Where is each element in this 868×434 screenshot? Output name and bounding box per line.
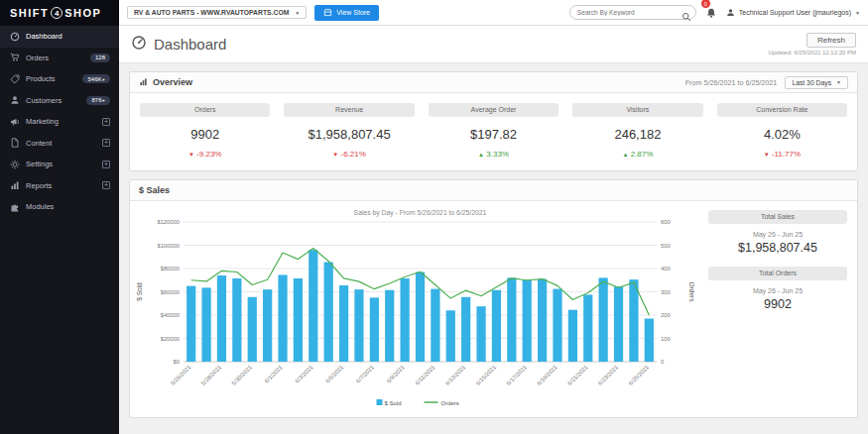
sidebar-item-customers[interactable]: Customers 876+ bbox=[0, 90, 119, 112]
logo[interactable]: SHIFT 4 SHOP bbox=[0, 0, 119, 26]
svg-text:6/7/2021: 6/7/2021 bbox=[355, 364, 375, 383]
svg-text:6/19/2021: 6/19/2021 bbox=[536, 364, 558, 385]
chevron-down-icon: ▼ bbox=[855, 10, 860, 16]
expand-icon[interactable]: + bbox=[102, 139, 110, 147]
svg-text:500: 500 bbox=[661, 243, 671, 249]
svg-text:200: 200 bbox=[661, 312, 671, 318]
svg-text:6/15/2021: 6/15/2021 bbox=[475, 364, 497, 385]
stats-row: Orders 9902 ▼ -9.23% Revenue $1,958,807.… bbox=[130, 93, 857, 170]
sidebar-item-label: Products bbox=[26, 74, 76, 83]
sidebar-item-label: Orders bbox=[26, 54, 84, 62]
user-menu[interactable]: Technical Support User (jmauriegos) ▼ bbox=[726, 8, 860, 18]
date-range-text: From 5/26/2021 to 6/25/2021 bbox=[685, 78, 778, 87]
user-icon bbox=[726, 8, 735, 18]
search-input[interactable] bbox=[570, 9, 678, 16]
sidebar: Dashboard Orders 128 Products 546K+ Cust… bbox=[0, 26, 119, 434]
sidebar-item-settings[interactable]: Settings + bbox=[0, 154, 119, 175]
stat-change-value: -6.21% bbox=[341, 150, 366, 159]
total-sales-range: May 26 - Jun 25 bbox=[708, 231, 847, 238]
sales-by-day-chart[interactable]: $0$20000$40000$60000$80000$100000$120000… bbox=[134, 206, 694, 409]
storefront-icon bbox=[323, 8, 332, 18]
stat-change-value: -9.23% bbox=[196, 150, 221, 159]
svg-text:$40000: $40000 bbox=[161, 312, 180, 318]
top-bar: RV & AUTO PARTS - WWW.RVAUTOPARTS.COM ▼ … bbox=[119, 0, 868, 26]
sidebar-item-label: Customers bbox=[26, 96, 80, 105]
date-range-select[interactable]: Last 30 Days ▼ bbox=[785, 76, 848, 89]
svg-text:400: 400 bbox=[661, 266, 671, 271]
svg-text:6/11/2021: 6/11/2021 bbox=[414, 364, 435, 385]
megaphone-icon bbox=[9, 117, 20, 127]
stat-label: Revenue bbox=[284, 103, 414, 117]
stat-value: $1,958,807.45 bbox=[284, 127, 414, 142]
stat-change-value: 2.87% bbox=[631, 150, 654, 159]
stat-label: Visitors bbox=[572, 103, 702, 117]
stat-change: ▲ 3.33% bbox=[429, 150, 558, 159]
sales-panel-title: $ Sales bbox=[139, 185, 170, 195]
svg-text:$ Sold: $ Sold bbox=[385, 400, 402, 406]
expand-icon[interactable]: + bbox=[102, 181, 110, 189]
file-icon bbox=[9, 138, 20, 148]
sidebar-item-dashboard[interactable]: Dashboard bbox=[0, 26, 119, 48]
svg-text:6/25/2021: 6/25/2021 bbox=[628, 364, 650, 385]
sidebar-item-reports[interactable]: Reports + bbox=[0, 175, 119, 197]
notifications-button[interactable]: 0 bbox=[706, 3, 716, 22]
svg-text:6/21/2021: 6/21/2021 bbox=[566, 364, 588, 385]
stat-label: Average Order bbox=[429, 103, 558, 117]
products-count-badge: 546K+ bbox=[82, 74, 110, 83]
view-store-button[interactable]: View Store bbox=[314, 5, 379, 21]
customers-count-badge: 876+ bbox=[86, 96, 110, 105]
topbar-right-group: 0 Technical Support User (jmauriegos) ▼ bbox=[569, 3, 860, 22]
total-orders-range: May 26 - Jun 25 bbox=[708, 287, 847, 294]
stat-change-value: -11.77% bbox=[772, 150, 801, 159]
stat-value: $197.82 bbox=[429, 127, 558, 142]
sidebar-item-marketing[interactable]: Marketing + bbox=[0, 111, 119, 133]
stat-change: ▼ -11.77% bbox=[717, 150, 847, 159]
total-sales-value: $1,958,807.45 bbox=[708, 241, 847, 255]
decrease-arrow-icon: ▼ bbox=[188, 152, 194, 158]
tag-icon bbox=[9, 74, 20, 84]
svg-text:$80000: $80000 bbox=[161, 266, 180, 271]
users-icon bbox=[9, 95, 20, 105]
bar-chart-icon bbox=[9, 180, 20, 190]
puzzle-icon bbox=[9, 202, 20, 212]
sidebar-item-label: Modules bbox=[26, 202, 110, 211]
sidebar-item-label: Settings bbox=[26, 160, 96, 168]
stat-change: ▼ -9.23% bbox=[140, 150, 270, 159]
app-root: SHIFT 4 SHOP RV & AUTO PARTS - WWW.RVAUT… bbox=[0, 0, 868, 434]
search-icon[interactable] bbox=[682, 8, 691, 26]
svg-text:Sales by Day - From 5/26/2021: Sales by Day - From 5/26/2021 to 6/25/20… bbox=[354, 209, 487, 217]
expand-icon[interactable]: + bbox=[102, 118, 110, 126]
svg-text:100: 100 bbox=[661, 336, 671, 342]
svg-text:6/5/2021: 6/5/2021 bbox=[324, 364, 344, 383]
svg-text:5/28/2021: 5/28/2021 bbox=[200, 364, 222, 385]
sidebar-item-content[interactable]: Content + bbox=[0, 133, 119, 155]
decrease-arrow-icon: ▼ bbox=[332, 152, 338, 158]
logo-4-circle: 4 bbox=[51, 7, 62, 19]
sales-chart-area: $0$20000$40000$60000$80000$100000$120000… bbox=[134, 206, 700, 413]
stat-card-conversion-rate: Conversion Rate 4.02% ▼ -11.77% bbox=[717, 103, 847, 159]
svg-text:5/30/2021: 5/30/2021 bbox=[230, 364, 252, 385]
total-orders-label: Total Orders bbox=[708, 267, 847, 280]
logo-text-shift: SHIFT bbox=[10, 7, 49, 19]
sales-panel: $ Sales $0$20000$40000$60000$80000$10000… bbox=[129, 179, 858, 418]
expand-icon[interactable]: + bbox=[102, 161, 110, 168]
overview-panel: Overview From 5/26/2021 to 6/25/2021 Las… bbox=[129, 71, 858, 171]
store-selector[interactable]: RV & AUTO PARTS - WWW.RVAUTOPARTS.COM ▼ bbox=[127, 6, 307, 19]
sidebar-item-orders[interactable]: Orders 128 bbox=[0, 48, 119, 69]
svg-text:$0: $0 bbox=[174, 359, 180, 365]
stat-card-visitors: Visitors 246,182 ▲ 2.87% bbox=[572, 103, 702, 159]
sidebar-item-modules[interactable]: Modules bbox=[0, 196, 119, 218]
svg-text:$60000: $60000 bbox=[161, 289, 180, 295]
svg-text:6/9/2021: 6/9/2021 bbox=[386, 364, 406, 383]
total-sales-label: Total Sales bbox=[708, 210, 847, 224]
stat-change: ▲ 2.87% bbox=[572, 150, 702, 159]
stat-card-revenue: Revenue $1,958,807.45 ▼ -6.21% bbox=[284, 103, 414, 159]
svg-text:$120000: $120000 bbox=[157, 219, 180, 225]
sales-summary-column: Total Sales May 26 - Jun 25 $1,958,807.4… bbox=[700, 206, 849, 413]
overview-title: Overview bbox=[153, 77, 192, 87]
refresh-button[interactable]: Refresh bbox=[806, 33, 856, 48]
svg-text:$20000: $20000 bbox=[161, 336, 180, 342]
stat-change-value: 3.33% bbox=[486, 150, 509, 159]
sidebar-item-products[interactable]: Products 546K+ bbox=[0, 68, 119, 90]
svg-text:600: 600 bbox=[661, 219, 671, 225]
